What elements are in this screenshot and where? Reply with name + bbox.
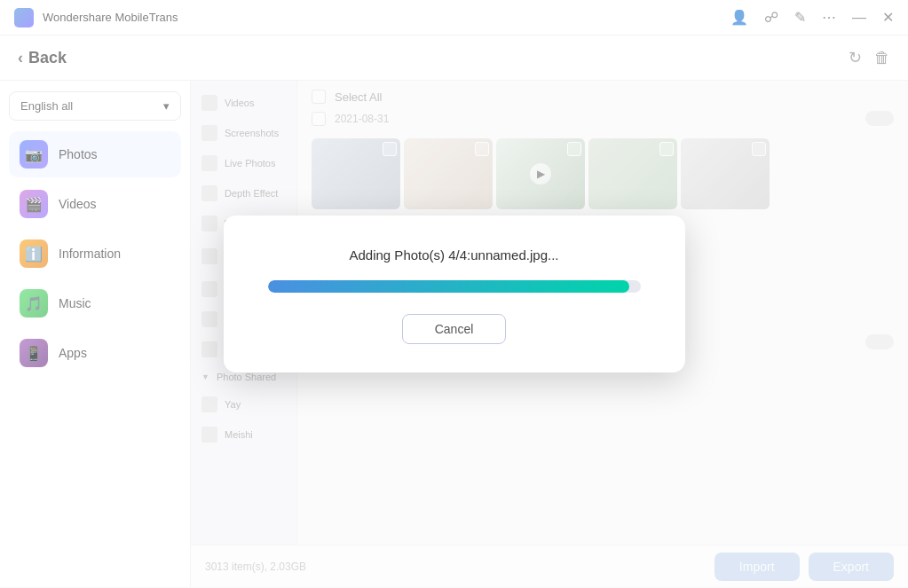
modal-overlay: Adding Photo(s) 4/4:unnamed.jpg... Cance… — [0, 0, 908, 588]
progress-bar-container — [268, 280, 641, 293]
progress-bar-fill — [268, 280, 629, 293]
modal-cancel-button[interactable]: Cancel — [402, 314, 507, 344]
progress-modal: Adding Photo(s) 4/4:unnamed.jpg... Cance… — [224, 216, 685, 372]
modal-message: Adding Photo(s) 4/4:unnamed.jpg... — [350, 247, 559, 263]
